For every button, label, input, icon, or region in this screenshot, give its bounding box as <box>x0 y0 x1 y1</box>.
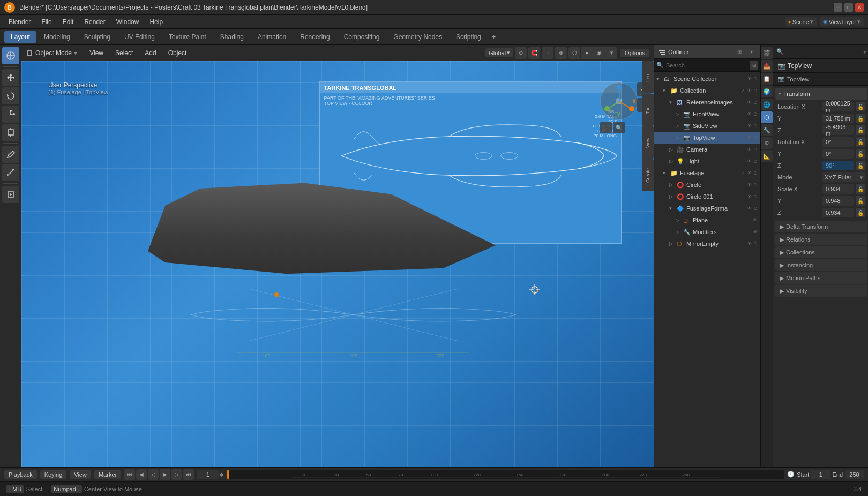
view-menu[interactable]: View <box>70 470 91 479</box>
location-y-lock[interactable]: 🔓 <box>856 114 865 123</box>
scale-x-lock[interactable]: 🔓 <box>856 184 865 194</box>
gizmo-camera-btn[interactable]: 🎥 <box>600 122 612 133</box>
prop-tab-render[interactable]: 🎬 <box>761 47 773 59</box>
tab-geometry-nodes[interactable]: Geometry Nodes <box>387 31 448 43</box>
location-x-value[interactable]: 0.000125 m <box>822 102 854 111</box>
measure-tool-button[interactable] <box>2 164 19 181</box>
tab-texture-paint[interactable]: Texture Paint <box>162 31 213 43</box>
end-frame[interactable]: 250 <box>845 470 864 479</box>
prop-search-input[interactable] <box>786 49 861 55</box>
action-vis-me[interactable]: 👁 <box>746 241 752 246</box>
tree-item-topview[interactable]: ▷ 📷 TopView 👁⊙ <box>654 132 760 144</box>
action-sel-me[interactable]: ⊙ <box>753 241 758 246</box>
action-vis-md[interactable]: 👁 <box>752 229 758 235</box>
action-vis-coll[interactable]: ✓ <box>740 88 746 93</box>
motion-paths-section[interactable]: ▶ Motion Paths <box>775 272 867 284</box>
action-vis-ff[interactable]: 👁 <box>746 206 752 211</box>
viewport-mode-select[interactable]: Object Mode ▾ <box>26 49 77 57</box>
rotation-z-lock[interactable]: 🔓 <box>856 161 865 170</box>
scale-x-value[interactable]: 0.934 <box>822 184 854 194</box>
action-eye-coll[interactable]: 👁 <box>746 88 752 93</box>
rendered-btn[interactable]: ☀ <box>605 47 617 59</box>
tab-item[interactable]: Item <box>642 61 654 93</box>
timeline-area[interactable]: 10 30 50 70 100 120 150 170 200 220 250 <box>227 470 784 479</box>
tree-item-plane[interactable]: ▷ ◻ Plane 👁 <box>654 214 760 226</box>
tree-item-fuselageforma[interactable]: ▾ 🔷 FuselageForma 👁⊙ <box>654 202 760 214</box>
tab-create[interactable]: Create <box>642 159 654 191</box>
action-sel-scene[interactable]: ⊙ <box>753 76 758 81</box>
next-frame-btn[interactable]: ▷ <box>171 469 182 480</box>
start-frame[interactable]: 1 <box>811 470 830 479</box>
relations-section[interactable]: ▶ Relations <box>775 234 867 245</box>
action-vis-lt[interactable]: 👁 <box>746 159 752 164</box>
tab-compositing[interactable]: Compositing <box>338 31 386 43</box>
scene-selector[interactable]: ● Scene ▾ <box>785 17 817 26</box>
tab-rendering[interactable]: Rendering <box>294 31 336 43</box>
action-sel-cam[interactable]: ⊙ <box>753 147 758 152</box>
tab-modeling[interactable]: Modeling <box>38 31 77 43</box>
tree-item-refimages[interactable]: ▾ 🖼 ReferenceImages 👁⊙ <box>654 96 760 108</box>
marker-menu[interactable]: Marker <box>94 470 121 479</box>
tree-item-mirrorempty[interactable]: ▷ ⬡ MirrorEmpty 👁⊙ <box>654 238 760 250</box>
prop-tab-viewlayer[interactable]: 📋 <box>761 73 773 85</box>
prop-tab-world[interactable]: 🌐 <box>761 99 773 110</box>
tree-item-circle[interactable]: ▷ ⭕ Circle 👁⊙ <box>654 179 760 191</box>
outliner-display-btn[interactable]: ▾ <box>746 47 756 57</box>
menu-edit[interactable]: Edit <box>58 17 78 27</box>
tab-shading[interactable]: Shading <box>214 31 250 43</box>
tab-scripting[interactable]: Scripting <box>450 31 488 43</box>
tree-item-camera[interactable]: ▷ 🎥 Camera 👁⊙ <box>654 144 760 155</box>
action-sel-coll[interactable]: ⊙ <box>753 88 758 93</box>
location-y-value[interactable]: 31.758 m <box>822 114 854 123</box>
menu-window[interactable]: Window <box>112 17 144 27</box>
scale-z-value[interactable]: 0.934 <box>822 208 854 217</box>
action-eye-fs[interactable]: 👁 <box>746 170 752 176</box>
location-x-lock[interactable]: 🔓 <box>856 102 865 111</box>
action-vis-cam[interactable]: 👁 <box>746 147 752 152</box>
rotation-x-value[interactable]: 0° <box>822 137 854 147</box>
tree-item-modifiers[interactable]: ▷ 🔧 Modifiers 👁 <box>654 226 760 238</box>
tree-item-collection[interactable]: ▾ 📁 Collection ✓👁⊙ <box>654 85 760 96</box>
action-vis-fs[interactable]: ✓ <box>740 170 746 176</box>
viewlayer-selector[interactable]: ◉ ViewLayer ▾ <box>820 17 864 26</box>
action-sel-tv[interactable]: ⊙ <box>753 135 758 140</box>
proportional-edit-btn[interactable]: ⊙ <box>515 47 527 59</box>
viewport-view-menu[interactable]: View <box>85 48 108 58</box>
tab-tool[interactable]: Tool <box>642 94 654 126</box>
jump-end-btn[interactable]: ⏭ <box>183 469 194 480</box>
tab-view[interactable]: View <box>642 126 654 159</box>
location-z-lock[interactable]: 🔓 <box>856 125 865 135</box>
action-vis-fv[interactable]: 👁 <box>746 111 752 117</box>
keying-menu[interactable]: Keying <box>40 470 67 479</box>
annotate-tool-button[interactable] <box>2 146 19 163</box>
tab-layout[interactable]: Layout <box>4 31 36 43</box>
prop-tab-physics[interactable]: ⚙ <box>761 137 773 149</box>
scale-tool-button[interactable] <box>2 106 19 123</box>
gizmo-circle[interactable]: Z X Y <box>600 82 638 120</box>
gizmo-zoom-btn[interactable]: 🔍 <box>613 122 625 133</box>
snap-btn[interactable]: 🧲 <box>528 47 540 59</box>
overlay-btn[interactable]: ○ <box>542 47 553 59</box>
prop-tab-modifier[interactable]: 🔧 <box>761 124 773 136</box>
prev-frame-btn[interactable]: ◀ <box>136 469 147 480</box>
action-vis-ci[interactable]: 👁 <box>746 182 752 187</box>
action-sel-ff[interactable]: ⊙ <box>753 206 758 211</box>
action-vis-ri[interactable]: 👁 <box>746 100 752 105</box>
viewport-canvas[interactable]: TARKINE TRANSGLOBAL PART OF THE "AMAZING… <box>21 61 654 467</box>
delta-transform-section[interactable]: ▶ Delta Transform <box>775 221 867 232</box>
tab-animation[interactable]: Animation <box>251 31 293 43</box>
prop-search-dropdown[interactable]: ▾ <box>863 48 866 56</box>
rotation-z-value[interactable]: 90° <box>822 161 854 170</box>
gizmo-btn[interactable]: ⊕ <box>555 47 567 59</box>
action-vis-pl[interactable]: 👁 <box>752 217 758 223</box>
rotation-x-lock[interactable]: 🔓 <box>856 137 865 147</box>
add-primitive-button[interactable] <box>2 186 19 203</box>
tree-item-scene-collection[interactable]: ▾ 🗂 Scene Collection 👁⊙ <box>654 73 760 85</box>
action-sel-fv[interactable]: ⊙ <box>753 111 758 117</box>
prop-tab-scene[interactable]: 🌍 <box>761 86 773 97</box>
viewport-add-menu[interactable]: Add <box>140 48 160 58</box>
transform-tool-button[interactable] <box>2 124 19 141</box>
outliner-filter-btn[interactable]: ⊞ <box>735 47 744 57</box>
action-vis-ci1[interactable]: 👁 <box>746 194 752 199</box>
scale-z-lock[interactable]: 🔓 <box>856 208 865 217</box>
